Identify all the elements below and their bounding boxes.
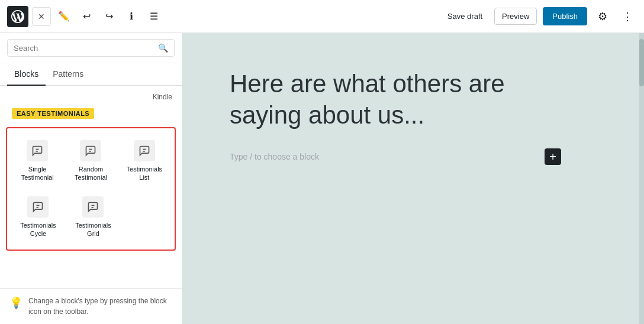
testimonials-grid-label: TestimonialsGrid bbox=[75, 221, 111, 238]
placeholder-text[interactable]: Type / to choose a block bbox=[230, 152, 319, 161]
single-testimonial-icon bbox=[27, 140, 48, 161]
edit-icon-button[interactable]: ✏️ bbox=[54, 7, 73, 26]
kindle-label: Kindle bbox=[0, 90, 182, 106]
search-input[interactable] bbox=[14, 44, 158, 53]
search-icon: 🔍 bbox=[158, 43, 168, 53]
toolbar-left: ✕ ✏️ ↩ ↪ ℹ ☰ bbox=[7, 6, 163, 27]
block-single-testimonial[interactable]: SingleTestimonial bbox=[12, 133, 63, 189]
easy-testimonials-section: SingleTestimonial RandomTestimonial bbox=[6, 127, 176, 251]
testimonials-grid-icon bbox=[82, 196, 104, 218]
redo-button[interactable]: ↪ bbox=[99, 7, 118, 26]
testimonials-list-icon bbox=[134, 140, 155, 161]
save-draft-button[interactable]: Save draft bbox=[442, 8, 488, 24]
sidebar-scroll: Kindle EASY TESTIMONIALS Sing bbox=[0, 86, 182, 288]
add-block-button[interactable]: + bbox=[545, 148, 561, 165]
search-input-wrap: 🔍 bbox=[7, 39, 175, 57]
tip-icon: 💡 bbox=[9, 296, 22, 309]
canvas-area: Here are what others are saying about us… bbox=[182, 33, 644, 324]
settings-icon-button[interactable]: ⚙ bbox=[593, 7, 612, 26]
preview-button[interactable]: Preview bbox=[494, 8, 537, 25]
easy-testimonials-header: EASY TESTIMONIALS bbox=[12, 108, 94, 119]
tip-text: Change a block's type by pressing the bl… bbox=[28, 296, 172, 317]
random-testimonial-label: RandomTestimonial bbox=[75, 165, 107, 182]
testimonials-cycle-label: TestimonialsCycle bbox=[20, 221, 56, 238]
toolbar-right: Save draft Preview Publish ⚙ ⋮ bbox=[442, 7, 637, 26]
tab-blocks[interactable]: Blocks bbox=[7, 63, 46, 86]
info-button[interactable]: ℹ bbox=[122, 7, 141, 26]
tip-bar: 💡 Change a block's type by pressing the … bbox=[0, 288, 182, 324]
block-testimonials-grid[interactable]: TestimonialsGrid bbox=[67, 189, 120, 245]
canvas-heading[interactable]: Here are what others are saying about us… bbox=[230, 69, 526, 131]
publish-button[interactable]: Publish bbox=[543, 7, 587, 25]
single-testimonial-label: SingleTestimonial bbox=[21, 165, 54, 182]
sidebar: 🔍 Blocks Patterns Kindle EASY TESTIMONIA… bbox=[0, 33, 182, 324]
block-placeholder-row: Type / to choose a block + bbox=[230, 148, 597, 165]
tab-patterns[interactable]: Patterns bbox=[46, 63, 91, 86]
toolbar: ✕ ✏️ ↩ ↪ ℹ ☰ Save draft Preview Publish … bbox=[0, 0, 644, 33]
canvas-content: Here are what others are saying about us… bbox=[182, 33, 644, 189]
main-area: 🔍 Blocks Patterns Kindle EASY TESTIMONIA… bbox=[0, 33, 644, 324]
list-view-button[interactable]: ☰ bbox=[144, 7, 163, 26]
blocks-grid-row2: TestimonialsCycle TestimonialsGrid bbox=[9, 189, 172, 245]
tabs-bar: Blocks Patterns bbox=[0, 63, 182, 86]
testimonials-list-label: TestimonialsList bbox=[127, 165, 163, 182]
block-testimonials-list[interactable]: TestimonialsList bbox=[119, 133, 170, 189]
wordpress-logo bbox=[7, 6, 28, 27]
block-random-testimonial[interactable]: RandomTestimonial bbox=[65, 133, 116, 189]
scrollbar-thumb bbox=[639, 39, 644, 86]
canvas-scrollbar[interactable] bbox=[639, 33, 644, 324]
undo-button[interactable]: ↩ bbox=[77, 7, 96, 26]
more-options-button[interactable]: ⋮ bbox=[618, 7, 637, 26]
search-bar: 🔍 bbox=[0, 33, 182, 63]
blocks-grid-row1: SingleTestimonial RandomTestimonial bbox=[9, 133, 172, 189]
random-testimonial-icon bbox=[80, 140, 101, 161]
testimonials-cycle-icon bbox=[27, 196, 49, 218]
block-testimonials-cycle[interactable]: TestimonialsCycle bbox=[12, 189, 65, 245]
close-button[interactable]: ✕ bbox=[32, 7, 51, 26]
